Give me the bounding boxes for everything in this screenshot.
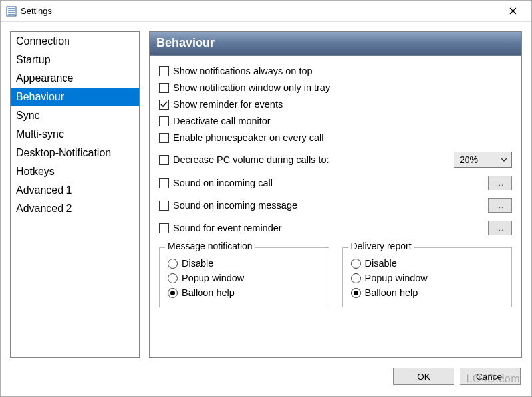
msg-radio-popup-label: Popup window <box>182 273 244 283</box>
content-area: Connection Startup Appearance Behaviour … <box>1 22 531 363</box>
main-panel: Behaviour Show notifications always on t… <box>149 31 522 358</box>
check-sound-incoming-call[interactable] <box>159 178 169 188</box>
sidebar-item-behaviour[interactable]: Behaviour <box>11 88 139 106</box>
sidebar-item-advanced-1[interactable]: Advanced 1 <box>11 181 139 199</box>
sidebar: Connection Startup Appearance Behaviour … <box>10 31 140 358</box>
del-radio-popup-row: Popup window <box>351 271 504 285</box>
check-reminder-label: Show reminder for events <box>173 99 283 110</box>
del-radio-balloon-row: Balloon help <box>351 285 504 300</box>
close-icon <box>509 7 517 15</box>
check-sound-incoming-message[interactable] <box>159 201 169 211</box>
msg-radio-balloon-row: Balloon help <box>168 285 321 300</box>
msg-radio-popup-row: Popup window <box>168 271 321 285</box>
del-radio-balloon-label: Balloon help <box>365 287 418 298</box>
check-phonespeaker-label: Enable phonespeaker on every call <box>173 132 324 143</box>
sidebar-item-startup[interactable]: Startup <box>11 51 139 69</box>
check-deactivate-monitor-label: Deactivate call monitor <box>173 116 271 126</box>
check-only-in-tray-label: Show notification window only in tray <box>173 82 330 93</box>
msg-radio-disable-label: Disable <box>182 258 213 269</box>
del-radio-disable-label: Disable <box>365 258 397 269</box>
ok-button[interactable]: OK <box>393 368 454 385</box>
sidebar-item-connection[interactable]: Connection <box>11 32 139 51</box>
message-notification-legend: Message notification <box>165 241 255 251</box>
titlebar: Settings <box>1 1 531 22</box>
delivery-report-legend: Delivery report <box>348 241 414 251</box>
group-message-notification: Message notification Disable Popup windo… <box>159 247 329 307</box>
browse-event-reminder[interactable]: ... <box>488 221 512 235</box>
del-radio-disable-row: Disable <box>351 256 504 271</box>
msg-radio-balloon[interactable] <box>168 288 178 298</box>
check-only-in-tray-row: Show notification window only in tray <box>159 80 512 95</box>
volume-row: Decrease PC volume during calls to: 20% <box>159 152 512 168</box>
group-delivery-report: Delivery report Disable Popup window Bal… <box>342 247 513 307</box>
browse-incoming-call[interactable]: ... <box>488 176 512 190</box>
check-phonespeaker[interactable] <box>159 133 169 143</box>
sound-incoming-call-row: Sound on incoming call ... <box>159 176 512 190</box>
sidebar-item-multi-sync[interactable]: Multi-sync <box>11 125 139 144</box>
window-title: Settings <box>21 6 52 16</box>
check-always-on-top[interactable] <box>159 66 169 76</box>
del-radio-disable[interactable] <box>351 259 361 269</box>
sound-incoming-call-label: Sound on incoming call <box>173 178 484 188</box>
sidebar-item-hotkeys[interactable]: Hotkeys <box>11 162 139 181</box>
check-volume[interactable] <box>159 155 169 165</box>
close-button[interactable] <box>499 2 526 21</box>
sound-incoming-message-label: Sound on incoming message <box>173 200 484 211</box>
check-reminder[interactable] <box>159 100 169 110</box>
volume-label: Decrease PC volume during calls to: <box>173 154 450 165</box>
panel-body: Show notifications always on top Show no… <box>150 56 521 357</box>
msg-radio-disable-row: Disable <box>168 256 321 271</box>
panel-title: Behaviour <box>150 32 521 56</box>
del-radio-popup-label: Popup window <box>365 273 428 283</box>
sidebar-item-advanced-2[interactable]: Advanced 2 <box>11 199 139 218</box>
check-always-on-top-row: Show notifications always on top <box>159 64 512 78</box>
msg-radio-disable[interactable] <box>168 259 178 269</box>
check-deactivate-monitor-row: Deactivate call monitor <box>159 114 512 128</box>
check-sound-event-reminder[interactable] <box>159 223 169 233</box>
group-row: Message notification Disable Popup windo… <box>159 247 512 307</box>
cancel-button[interactable]: Cancel <box>460 368 521 385</box>
app-icon <box>6 6 17 17</box>
check-reminder-row: Show reminder for events <box>159 97 512 112</box>
del-radio-popup[interactable] <box>351 273 361 283</box>
msg-radio-balloon-label: Balloon help <box>182 287 235 298</box>
sound-event-reminder-row: Sound for event reminder ... <box>159 221 512 235</box>
sound-event-reminder-label: Sound for event reminder <box>173 223 484 233</box>
check-phonespeaker-row: Enable phonespeaker on every call <box>159 130 512 145</box>
sidebar-item-sync[interactable]: Sync <box>11 106 139 125</box>
sidebar-item-appearance[interactable]: Appearance <box>11 69 139 88</box>
del-radio-balloon[interactable] <box>351 288 361 298</box>
volume-value: 20% <box>460 154 478 165</box>
browse-incoming-message[interactable]: ... <box>488 198 512 213</box>
check-deactivate-monitor[interactable] <box>159 116 169 126</box>
sound-incoming-message-row: Sound on incoming message ... <box>159 198 512 213</box>
msg-radio-popup[interactable] <box>168 273 178 283</box>
settings-window: Settings Connection Startup Appearance B… <box>0 0 532 397</box>
footer: OK Cancel <box>1 363 531 396</box>
check-only-in-tray[interactable] <box>159 83 169 93</box>
sidebar-item-desktop-notification[interactable]: Desktop-Notification <box>11 144 139 162</box>
check-always-on-top-label: Show notifications always on top <box>173 66 313 76</box>
volume-dropdown[interactable]: 20% <box>454 152 512 168</box>
chevron-down-icon <box>501 158 507 162</box>
